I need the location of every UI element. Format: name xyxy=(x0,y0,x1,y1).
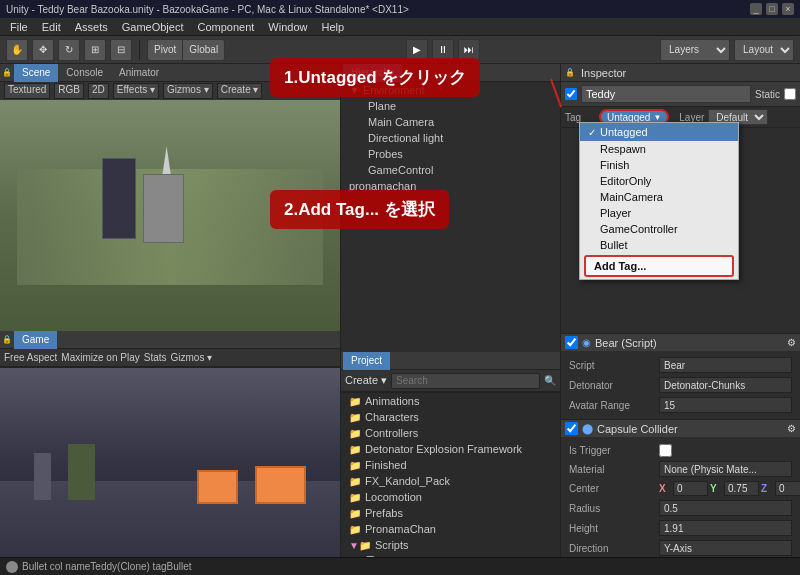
hierarchy-item-pronamachan[interactable]: pronamachan xyxy=(341,178,560,194)
project-script-agent[interactable]: 📄 Agent xyxy=(341,553,560,557)
menu-assets[interactable]: Assets xyxy=(69,19,114,35)
menu-window[interactable]: Window xyxy=(262,19,313,35)
hand-tool-btn[interactable]: ✋ xyxy=(6,39,28,61)
components-area: ◉ Bear (Script) ⚙ Script Bear Detonator … xyxy=(561,333,800,557)
dropdown-item-respawn[interactable]: Respawn xyxy=(580,141,738,157)
project-folder-controllers[interactable]: 📁 Controllers xyxy=(341,425,560,441)
capsule-icon: ⬤ xyxy=(582,423,593,434)
obj-name-input[interactable] xyxy=(581,85,751,103)
menu-component[interactable]: Component xyxy=(191,19,260,35)
tag-label: Tag xyxy=(565,112,595,123)
dropdown-item-untagged-selected[interactable]: ✓ Untagged xyxy=(580,123,738,141)
dropdown-item-bullet[interactable]: Bullet xyxy=(580,237,738,253)
project-create-btn[interactable]: Create ▾ xyxy=(345,374,387,387)
rotate-tool-btn[interactable]: ↻ xyxy=(58,39,80,61)
hierarchy-item-probes[interactable]: Probes xyxy=(341,146,560,162)
maximize-btn[interactable]: Maximize on Play xyxy=(61,352,139,363)
layout-select[interactable]: Layout xyxy=(734,39,794,61)
move-tool-btn[interactable]: ✥ xyxy=(32,39,54,61)
close-btn[interactable]: × xyxy=(782,3,794,15)
bear-script-header[interactable]: ◉ Bear (Script) ⚙ xyxy=(561,333,800,351)
scale-tool-btn[interactable]: ⊞ xyxy=(84,39,106,61)
stats-btn[interactable]: Stats xyxy=(144,352,167,363)
project-folder-animations[interactable]: 📁 Animations xyxy=(341,393,560,409)
hierarchy-item-gamecontrol[interactable]: GameControl xyxy=(341,162,560,178)
dropdown-item-maincamera[interactable]: MainCamera xyxy=(580,189,738,205)
scene-create-btn[interactable]: Create ▾ xyxy=(217,83,263,99)
static-checkbox[interactable] xyxy=(784,88,796,100)
menu-edit[interactable]: Edit xyxy=(36,19,67,35)
capsule-checkbox[interactable] xyxy=(565,422,578,435)
dropdown-item-gamecontroller[interactable]: GameController xyxy=(580,221,738,237)
center-y-val[interactable]: 0.75 xyxy=(724,481,759,496)
aspect-selector[interactable]: Free Aspect xyxy=(4,352,57,363)
hierarchy-item-camera[interactable]: Main Camera xyxy=(341,114,560,130)
project-folder-detonator[interactable]: 📁 Detonator Explosion Framework xyxy=(341,441,560,457)
project-folder-prefabs[interactable]: 📁 Prefabs xyxy=(341,505,560,521)
game-gizmos-btn[interactable]: Gizmos ▾ xyxy=(171,352,213,363)
layers-select[interactable]: Layers xyxy=(660,39,730,61)
detonator-label: Detonator xyxy=(569,380,659,391)
hierarchy-item-light[interactable]: Directional light xyxy=(341,130,560,146)
center-xyz: X 0 Y 0.75 Z 0 xyxy=(659,481,800,496)
menu-gameobject[interactable]: GameObject xyxy=(116,19,190,35)
dropdown-item-player[interactable]: Player xyxy=(580,205,738,221)
project-folder-scripts[interactable]: ▼📁 Scripts xyxy=(341,537,560,553)
menu-help[interactable]: Help xyxy=(315,19,350,35)
2d-btn[interactable]: 2D xyxy=(88,83,109,99)
dropdown-item-finish[interactable]: Finish xyxy=(580,157,738,173)
trigger-checkbox[interactable] xyxy=(659,444,672,457)
center-row: Center X 0 Y 0.75 Z 0 xyxy=(565,479,796,498)
maximize-btn[interactable]: □ xyxy=(766,3,778,15)
game-tab-bar: 🔒 Game xyxy=(0,331,340,349)
tab-hierarchy[interactable]: Hierarchy xyxy=(343,64,402,82)
capsule-settings-icon[interactable]: ⚙ xyxy=(787,423,796,434)
project-folder-pronamachan[interactable]: 📁 PronamaChan xyxy=(341,521,560,537)
project-label-agent: Agent xyxy=(381,555,410,557)
dropdown-item-add-tag[interactable]: Add Tag... xyxy=(584,255,734,277)
global-label[interactable]: Global xyxy=(183,40,224,60)
tab-console[interactable]: Console xyxy=(58,64,111,82)
tab-scene[interactable]: Scene xyxy=(14,64,58,82)
center-label: Center xyxy=(569,483,659,494)
fx-btn[interactable]: Effects ▾ xyxy=(113,83,159,99)
center-z-val[interactable]: 0 xyxy=(775,481,800,496)
tab-project[interactable]: Project xyxy=(343,352,390,370)
folder-icon: 📁 xyxy=(349,508,361,519)
project-folder-characters[interactable]: 📁 Characters xyxy=(341,409,560,425)
hierarchy-item-environment[interactable]: ▼ Environment xyxy=(341,82,560,98)
project-search[interactable] xyxy=(391,373,540,389)
center-x-val[interactable]: 0 xyxy=(673,481,708,496)
x-label: X xyxy=(659,483,671,494)
minimize-btn[interactable]: _ xyxy=(750,3,762,15)
scene-view[interactable]: Front xyxy=(0,100,340,331)
rect-tool-btn[interactable]: ⊟ xyxy=(110,39,132,61)
pivot-toggle[interactable]: Pivot Global xyxy=(147,39,225,61)
inspector-lock: 🔒 xyxy=(565,68,575,77)
pause-btn[interactable]: ⏸ xyxy=(432,39,454,61)
project-folder-locomotion[interactable]: 📁 Locomotion xyxy=(341,489,560,505)
hierarchy-item-plane[interactable]: Plane xyxy=(341,98,560,114)
bear-script-settings-icon[interactable]: ⚙ xyxy=(787,337,796,348)
project-folder-fx[interactable]: 📁 FX_Kandol_Pack xyxy=(341,473,560,489)
detonator-row: Detonator Detonator-Chunks xyxy=(565,375,796,395)
tab-game[interactable]: Game xyxy=(14,331,57,349)
hierarchy-label-probes: Probes xyxy=(368,148,403,160)
tab-animator[interactable]: Animator xyxy=(111,64,167,82)
step-btn[interactable]: ⏭ xyxy=(458,39,480,61)
scene-gizmos-btn[interactable]: Gizmos ▾ xyxy=(163,83,213,99)
menu-file[interactable]: File xyxy=(4,19,34,35)
pivot-label[interactable]: Pivot xyxy=(148,40,183,60)
game-view[interactable] xyxy=(0,367,340,557)
obj-active-checkbox[interactable] xyxy=(565,88,577,100)
dropdown-item-editoronly[interactable]: EditorOnly xyxy=(580,173,738,189)
window-controls: _ □ × xyxy=(750,3,794,15)
bear-script-checkbox[interactable] xyxy=(565,336,578,349)
project-label-characters: Characters xyxy=(365,411,419,423)
project-folder-finished[interactable]: 📁 Finished xyxy=(341,457,560,473)
rgb-btn[interactable]: RGB xyxy=(54,83,84,99)
capsule-collider-header[interactable]: ⬤ Capsule Collider ⚙ xyxy=(561,419,800,437)
textured-btn[interactable]: Textured xyxy=(4,83,50,99)
capsule-section: Is Trigger Material None (Physic Mate...… xyxy=(561,437,800,557)
play-btn[interactable]: ▶ xyxy=(406,39,428,61)
